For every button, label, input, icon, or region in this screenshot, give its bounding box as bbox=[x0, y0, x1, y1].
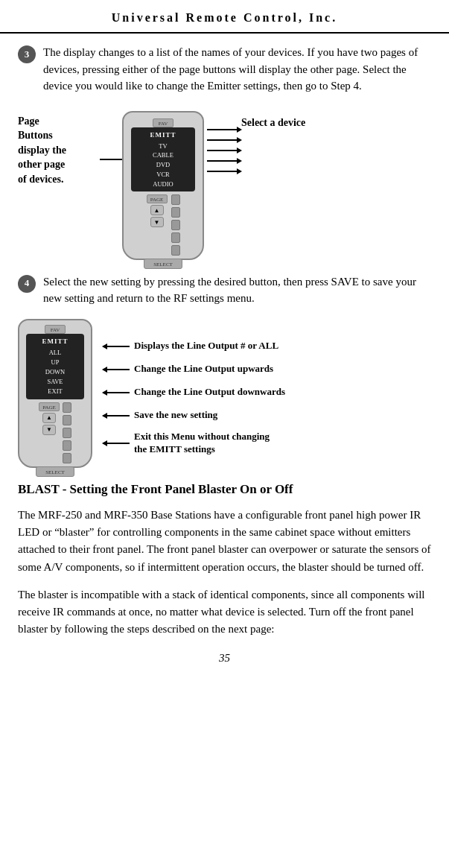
arrow-line-5 bbox=[103, 443, 130, 444]
step4-diagram: FAV EMITT ALL UP DOWN SAVE EXIT PAGE ▲ ▼ bbox=[18, 319, 431, 468]
page-number: 35 bbox=[18, 650, 431, 667]
side-buttons-4 bbox=[63, 402, 71, 463]
nav-up[interactable]: ▲ bbox=[150, 205, 164, 215]
select-button[interactable]: SELECT bbox=[144, 259, 182, 269]
fav-button[interactable]: FAV bbox=[153, 118, 173, 127]
body-para-1: The MRF-250 and MRF-350 Base Stations ha… bbox=[18, 507, 431, 576]
section-heading: BLAST - Setting the Front Panel Blaster … bbox=[18, 481, 431, 498]
step4-side-labels: Displays the Line Output # or ALL Change… bbox=[103, 319, 285, 458]
side-btn-4-5[interactable] bbox=[63, 453, 71, 463]
side-btn-4[interactable] bbox=[171, 232, 180, 243]
step4-screen: EMITT ALL UP DOWN SAVE EXIT bbox=[26, 334, 84, 399]
step3-remote: FAV EMITT TV CABLE DVD VCR AUDIO PAGE bbox=[122, 111, 204, 260]
fav-button-4[interactable]: FAV bbox=[45, 325, 66, 334]
side-btn-4-1[interactable] bbox=[63, 402, 71, 413]
nav-down-4[interactable]: ▼ bbox=[42, 425, 56, 435]
body-para-2: The blaster is incompatible with a stack… bbox=[18, 586, 431, 639]
step3-block: 3 The display changes to a list of the n… bbox=[18, 44, 431, 95]
label-row-1: Displays the Line Output # or ALL bbox=[103, 338, 285, 355]
side-btn-2[interactable] bbox=[171, 207, 180, 218]
label-row-2: Change the Line Output upwards bbox=[103, 361, 285, 378]
step3-diagram: Page Buttons display the other page of d… bbox=[18, 107, 431, 260]
main-content: 3 The display changes to a list of the n… bbox=[0, 34, 449, 681]
page-button-4[interactable]: PAGE bbox=[39, 402, 60, 411]
side-btn-3[interactable] bbox=[171, 220, 180, 230]
label-text-5: Exit this Menu without changingthe EMITT… bbox=[134, 431, 270, 456]
step4-circle: 4 bbox=[18, 275, 36, 293]
label-text-4: Save the new setting bbox=[134, 409, 217, 422]
step3-right-label: Select a device bbox=[241, 115, 305, 130]
label-text-2: Change the Line Output upwards bbox=[134, 363, 273, 376]
step3-text: The display changes to a list of the nam… bbox=[43, 44, 431, 95]
select-button-4[interactable]: SELECT bbox=[36, 466, 74, 477]
side-btn-5[interactable] bbox=[171, 245, 180, 256]
side-btn-4-3[interactable] bbox=[63, 428, 71, 438]
label-row-5: Exit this Menu without changingthe EMITT… bbox=[103, 431, 285, 456]
arrow-line-2 bbox=[103, 369, 130, 370]
arrow-line-4 bbox=[103, 415, 130, 416]
step4-text: Select the new setting by pressing the d… bbox=[43, 273, 431, 307]
label-row-3: Change the Line Output downwards bbox=[103, 384, 285, 401]
nav-down[interactable]: ▼ bbox=[150, 217, 164, 227]
label-text-1: Displays the Line Output # or ALL bbox=[134, 340, 278, 352]
side-btn-1[interactable] bbox=[171, 194, 180, 205]
label-text-3: Change the Line Output downwards bbox=[134, 386, 285, 399]
step3-left-label: Page Buttons display the other page of d… bbox=[18, 114, 100, 187]
side-btn-4-2[interactable] bbox=[63, 415, 71, 425]
header-title: Universal Remote Control, Inc. bbox=[112, 11, 337, 24]
side-btn-4-4[interactable] bbox=[63, 440, 71, 451]
step3-screen: EMITT TV CABLE DVD VCR AUDIO bbox=[131, 127, 195, 192]
arrow-line-3 bbox=[103, 392, 130, 393]
step3-circle: 3 bbox=[18, 45, 36, 63]
nav-up-4[interactable]: ▲ bbox=[42, 413, 56, 423]
page-button[interactable]: PAGE bbox=[147, 194, 168, 203]
page-header: Universal Remote Control, Inc. bbox=[0, 0, 449, 34]
step4-block: 4 Select the new setting by pressing the… bbox=[18, 273, 431, 307]
side-buttons-group bbox=[171, 194, 180, 256]
arrow-line-1 bbox=[103, 346, 130, 347]
step4-remote: FAV EMITT ALL UP DOWN SAVE EXIT PAGE ▲ ▼ bbox=[18, 319, 92, 468]
label-row-4: Save the new setting bbox=[103, 408, 285, 424]
